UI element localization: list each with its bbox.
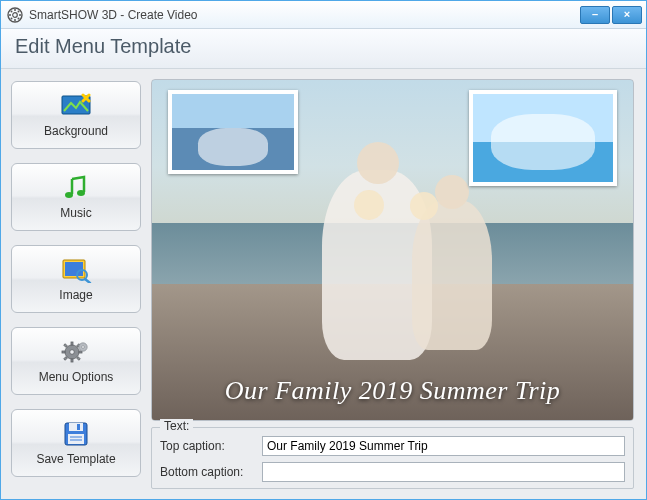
svg-point-2 (14, 9, 16, 11)
sidebar-item-label: Background (44, 124, 108, 138)
svg-point-11 (65, 192, 73, 198)
sidebar-item-label: Image (59, 288, 92, 302)
svg-rect-25 (64, 357, 68, 361)
save-template-button[interactable]: Save Template (11, 409, 141, 477)
background-icon (60, 92, 92, 120)
svg-rect-30 (69, 423, 83, 431)
sidebar-item-label: Music (60, 206, 91, 220)
svg-point-5 (19, 14, 21, 16)
svg-rect-14 (65, 262, 83, 276)
app-icon (7, 7, 23, 23)
svg-point-8 (11, 17, 13, 19)
svg-point-1 (13, 12, 18, 17)
preview-canvas[interactable]: Our Family 2019 Summer Trip (151, 79, 634, 421)
svg-point-4 (9, 14, 11, 16)
window-buttons: – × (578, 6, 642, 24)
svg-point-18 (70, 350, 75, 355)
preview-head (357, 142, 399, 184)
svg-rect-20 (71, 359, 73, 362)
music-icon (60, 174, 92, 202)
svg-rect-31 (77, 424, 80, 430)
titlebar: SmartSHOW 3D - Create Video – × (1, 1, 646, 29)
svg-rect-32 (68, 434, 84, 444)
save-icon (60, 420, 92, 448)
svg-point-28 (82, 346, 85, 349)
preview-head (435, 175, 469, 209)
background-button[interactable]: Background (11, 81, 141, 149)
top-caption-label: Top caption: (160, 439, 256, 453)
svg-rect-19 (71, 342, 73, 345)
preview-head (410, 192, 438, 220)
content: Background Music (1, 69, 646, 499)
gear-icon (60, 338, 92, 366)
minimize-button[interactable]: – (580, 6, 610, 24)
menu-options-button[interactable]: Menu Options (11, 327, 141, 395)
svg-point-12 (77, 190, 85, 196)
preview-thumb-right[interactable] (469, 90, 617, 186)
svg-rect-24 (77, 357, 81, 361)
svg-rect-23 (64, 344, 68, 348)
page-title: Edit Menu Template (15, 35, 632, 58)
preview-thumb-left[interactable] (168, 90, 298, 174)
bottom-caption-input[interactable] (262, 462, 625, 482)
sidebar-item-label: Menu Options (39, 370, 114, 384)
svg-line-16 (85, 279, 90, 283)
svg-point-7 (18, 17, 20, 19)
preview-person (412, 200, 492, 350)
top-caption-row: Top caption: (160, 436, 625, 456)
bottom-caption-row: Bottom caption: (160, 462, 625, 482)
window-title: SmartSHOW 3D - Create Video (29, 8, 578, 22)
svg-point-9 (18, 10, 20, 12)
preview-caption-overlay: Our Family 2019 Summer Trip (152, 376, 633, 406)
text-panel-legend: Text: (160, 419, 193, 433)
right-pane: Our Family 2019 Summer Trip Text: Top ca… (151, 79, 634, 489)
svg-rect-22 (79, 351, 82, 353)
sidebar-item-label: Save Template (36, 452, 115, 466)
image-icon (60, 256, 92, 284)
music-button[interactable]: Music (11, 163, 141, 231)
image-button[interactable]: Image (11, 245, 141, 313)
text-panel: Text: Top caption: Bottom caption: (151, 427, 634, 489)
header: Edit Menu Template (1, 29, 646, 69)
svg-point-3 (14, 19, 16, 21)
svg-rect-21 (62, 351, 65, 353)
top-caption-input[interactable] (262, 436, 625, 456)
close-button[interactable]: × (612, 6, 642, 24)
preview-head (354, 190, 384, 220)
sidebar: Background Music (11, 79, 141, 489)
bottom-caption-label: Bottom caption: (160, 465, 256, 479)
svg-point-6 (11, 10, 13, 12)
